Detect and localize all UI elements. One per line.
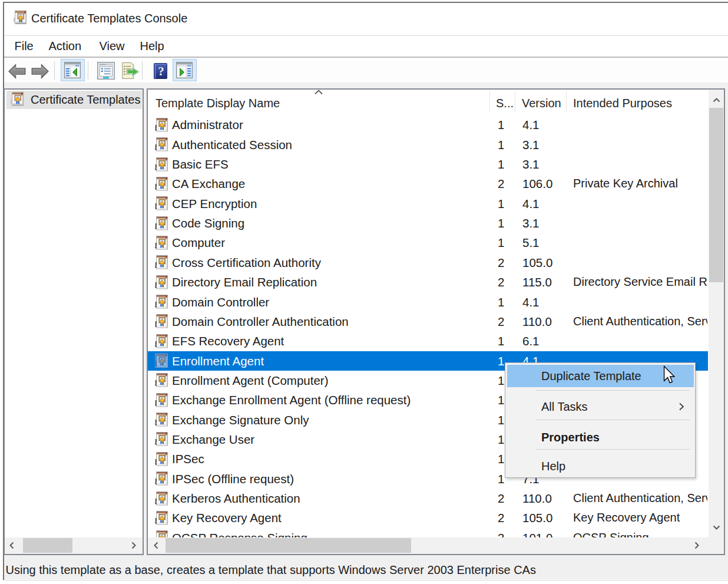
svg-text:?: ? [158, 64, 164, 78]
